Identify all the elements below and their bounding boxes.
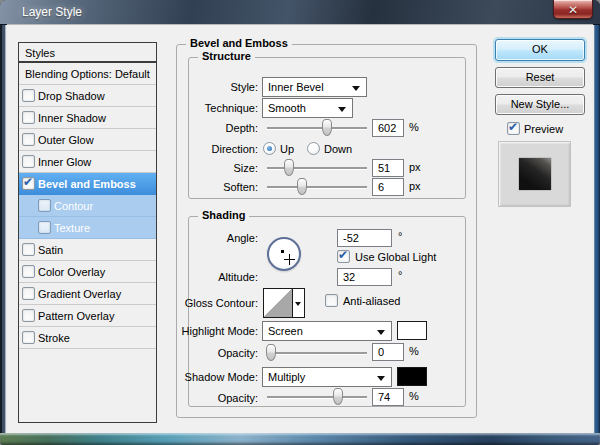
angle-dial-indicator — [281, 250, 284, 253]
highlight-mode-dropdown[interactable]: Screen — [262, 321, 392, 341]
texture-checkbox[interactable] — [38, 221, 51, 234]
shadow-color-swatch[interactable] — [397, 367, 427, 386]
highlight-opacity-slider[interactable] — [267, 352, 367, 354]
sidebar-item-contour[interactable]: Contour — [19, 195, 156, 217]
sidebar-item-inner-shadow[interactable]: Inner Shadow — [19, 107, 156, 129]
gloss-contour-dropdown-button[interactable] — [293, 288, 305, 318]
stroke-checkbox[interactable] — [22, 331, 35, 344]
ok-button[interactable]: OK — [495, 39, 585, 61]
depth-unit: % — [409, 121, 419, 133]
soften-input[interactable] — [372, 178, 404, 196]
soften-slider[interactable] — [267, 186, 367, 188]
chevron-down-icon — [338, 107, 346, 112]
bevel-emboss-checkbox[interactable]: ✔ — [22, 177, 35, 190]
sidebar-item-texture[interactable]: Texture — [19, 217, 156, 239]
anti-aliased-label: Anti-aliased — [343, 295, 400, 307]
soften-label: Soften: — [150, 181, 258, 193]
highlight-mode-value: Screen — [268, 325, 303, 337]
shadow-opacity-unit: % — [409, 390, 419, 402]
use-global-light-label: Use Global Light — [355, 251, 436, 263]
contour-checkbox[interactable] — [38, 199, 51, 212]
depth-label: Depth: — [150, 122, 258, 134]
shading-legend: Shading — [198, 209, 249, 221]
pattern-overlay-checkbox[interactable] — [22, 309, 35, 322]
inner-shadow-checkbox[interactable] — [22, 111, 35, 124]
sidebar-item-satin[interactable]: Satin — [19, 239, 156, 261]
depth-input[interactable] — [372, 119, 404, 137]
close-button[interactable]: ✕ — [553, 0, 593, 19]
sidebar-header-styles[interactable]: Styles — [19, 43, 156, 63]
sidebar-item-color-overlay[interactable]: Color Overlay — [19, 261, 156, 283]
shadow-opacity-slider[interactable] — [267, 396, 367, 398]
sidebar-item-gradient-overlay[interactable]: Gradient Overlay — [19, 283, 156, 305]
sidebar-item-bevel-and-emboss[interactable]: ✔ Bevel and Emboss — [19, 173, 156, 195]
direction-up-label: Up — [280, 143, 294, 155]
reset-button[interactable]: Reset — [495, 67, 585, 88]
chevron-down-icon — [377, 376, 385, 381]
outer-glow-checkbox[interactable] — [22, 133, 35, 146]
direction-label: Direction: — [150, 143, 258, 155]
drop-shadow-checkbox[interactable] — [22, 89, 35, 102]
satin-checkbox[interactable] — [22, 243, 35, 256]
technique-dropdown[interactable]: Smooth — [262, 98, 353, 118]
sidebar-item-label: Inner Shadow — [38, 112, 106, 124]
depth-slider-thumb[interactable] — [322, 119, 332, 136]
size-slider-thumb[interactable] — [284, 159, 294, 176]
window-border-left — [0, 25, 8, 433]
highlight-color-swatch[interactable] — [397, 321, 427, 340]
sidebar-item-label: Stroke — [38, 332, 70, 344]
color-overlay-checkbox[interactable] — [22, 265, 35, 278]
window-border-right — [592, 25, 600, 433]
shadow-mode-dropdown[interactable]: Multiply — [262, 367, 392, 387]
sidebar-item-drop-shadow[interactable]: Drop Shadow — [19, 85, 156, 107]
sidebar-item-outer-glow[interactable]: Outer Glow — [19, 129, 156, 151]
size-label: Size: — [150, 162, 258, 174]
shadow-opacity-input[interactable] — [372, 388, 404, 406]
title-bar[interactable]: Layer Style — [0, 0, 600, 25]
size-input[interactable] — [372, 159, 404, 177]
sidebar-item-pattern-overlay[interactable]: Pattern Overlay — [19, 305, 156, 327]
highlight-opacity-input[interactable] — [372, 343, 404, 361]
use-global-light-checkbox[interactable]: ✔ — [337, 250, 350, 263]
highlight-opacity-label: Opacity: — [150, 347, 258, 359]
gloss-contour-thumbnail[interactable] — [263, 288, 293, 318]
preview-label: Preview — [524, 123, 563, 135]
styles-list: Styles Blending Options: Default Drop Sh… — [18, 42, 157, 423]
size-slider[interactable] — [267, 167, 367, 169]
highlight-opacity-thumb[interactable] — [266, 344, 276, 361]
chevron-down-icon — [295, 302, 301, 306]
shadow-opacity-thumb[interactable] — [333, 388, 343, 405]
check-icon: ✔ — [338, 248, 348, 262]
structure-legend: Structure — [198, 50, 255, 62]
window-title: Layer Style — [22, 5, 82, 19]
shadow-opacity-label: Opacity: — [150, 392, 258, 404]
altitude-unit: ° — [398, 269, 402, 281]
direction-up-radio[interactable] — [263, 142, 276, 155]
direction-down-radio[interactable] — [307, 142, 320, 155]
style-label: Style: — [150, 81, 258, 93]
angle-unit: ° — [398, 230, 402, 242]
style-dropdown[interactable]: Inner Bevel — [262, 77, 367, 97]
sidebar-item-inner-glow[interactable]: Inner Glow — [19, 151, 156, 173]
soften-slider-thumb[interactable] — [297, 178, 307, 195]
sidebar-item-blending-options[interactable]: Blending Options: Default — [19, 63, 156, 85]
check-icon: ✔ — [23, 175, 33, 189]
technique-value: Smooth — [268, 102, 306, 114]
gradient-overlay-checkbox[interactable] — [22, 287, 35, 300]
altitude-input[interactable] — [337, 268, 392, 286]
chevron-down-icon — [377, 330, 385, 335]
shadow-mode-label: Shadow Mode: — [150, 371, 258, 383]
anti-aliased-checkbox[interactable] — [325, 294, 338, 307]
panel-title: Bevel and Emboss — [186, 37, 292, 49]
inner-glow-checkbox[interactable] — [22, 155, 35, 168]
angle-input[interactable] — [337, 229, 392, 247]
style-preview-swatch — [519, 158, 551, 190]
sidebar-item-label: Bevel and Emboss — [38, 178, 136, 190]
depth-slider[interactable] — [267, 127, 367, 129]
technique-label: Technique: — [150, 102, 258, 114]
shadow-mode-value: Multiply — [268, 371, 305, 383]
preview-checkbox[interactable]: ✔ — [507, 122, 520, 135]
new-style-button[interactable]: New Style... — [495, 94, 585, 115]
close-icon: ✕ — [568, 3, 578, 17]
sidebar-item-stroke[interactable]: Stroke — [19, 327, 156, 349]
